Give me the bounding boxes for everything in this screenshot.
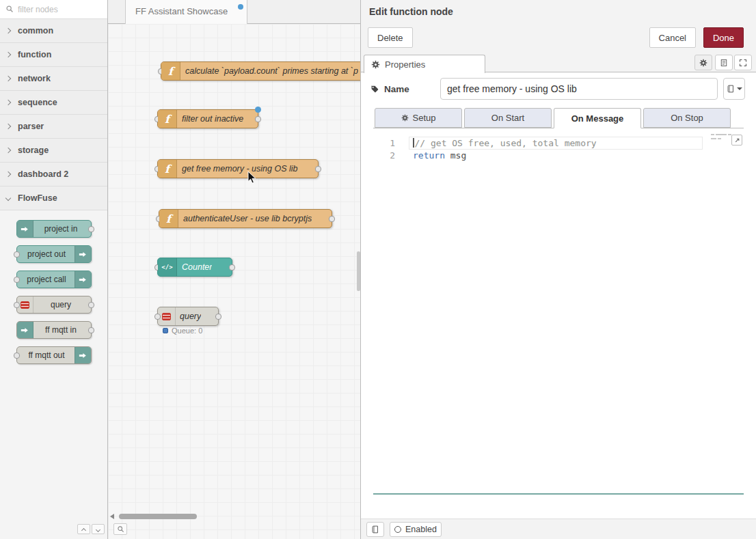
chevron-right-icon: [5, 28, 11, 33]
tag-icon: [370, 85, 379, 94]
name-label: Name: [368, 84, 440, 94]
tab-on-stop[interactable]: On Stop: [643, 108, 731, 128]
library-button[interactable]: [366, 522, 384, 537]
node-settings-button[interactable]: [694, 55, 712, 70]
palette-category-storage[interactable]: storage: [0, 139, 107, 163]
category-label: FlowFuse: [18, 193, 57, 203]
enabled-toggle-button[interactable]: Enabled: [390, 522, 442, 537]
node-label: Counter: [182, 258, 212, 276]
node-label: query: [180, 307, 201, 325]
tab-on-start[interactable]: On Start: [464, 108, 552, 128]
output-port[interactable]: [315, 166, 321, 172]
palette-category-sequence[interactable]: sequence: [0, 91, 107, 115]
category-label: function: [18, 50, 51, 59]
code-area[interactable]: // get OS free, used, total memory retur…: [413, 137, 744, 162]
function-node-get-free-memory[interactable]: f get free memory - using OS lib: [157, 159, 319, 178]
tab-on-message[interactable]: On Message: [554, 108, 641, 128]
expand-tray-button[interactable]: [734, 55, 752, 70]
chevron-right-icon: [5, 124, 11, 129]
output-port[interactable]: [229, 264, 235, 271]
function-node-filter-out-inactive[interactable]: f filter out inactive: [157, 109, 258, 128]
palette-sidebar: common function network sequence parser …: [0, 0, 108, 539]
code-editor[interactable]: 1 2 // get OS free, used, total memory r…: [373, 129, 744, 495]
library-dropdown-button[interactable]: [723, 78, 745, 100]
palette-node-ff-mqtt-in[interactable]: ff mqtt in: [16, 321, 92, 339]
editor-minimap: [711, 134, 733, 142]
palette-category-dashboard2[interactable]: dashboard 2: [0, 163, 107, 186]
palette-category-flowfuse[interactable]: FlowFuse: [0, 186, 107, 210]
palette-filter-input[interactable]: [18, 5, 93, 14]
expand-arrow-icon: [733, 137, 741, 144]
chevron-down-icon: [96, 527, 100, 532]
done-button[interactable]: Done: [703, 27, 744, 48]
hscroll-left-arrow[interactable]: [110, 514, 114, 519]
expand-all-button[interactable]: [92, 524, 105, 534]
caret-down-icon: [737, 87, 742, 90]
query-node[interactable]: query: [157, 307, 219, 326]
editor-expand-button[interactable]: [731, 135, 742, 146]
category-label: common: [18, 26, 53, 36]
panel-tabstrip: Properties: [361, 53, 756, 72]
node-status: Queue: 0: [163, 327, 202, 335]
counter-node[interactable]: </> Counter: [157, 258, 232, 277]
node-label: get free memory - using OS lib: [182, 160, 298, 178]
palette-node-project-out[interactable]: project out: [16, 245, 92, 263]
palette-category-function[interactable]: function: [0, 43, 107, 67]
collapse-all-button[interactable]: [77, 524, 90, 534]
tab-properties[interactable]: Properties: [364, 55, 485, 73]
query-icon: [17, 296, 33, 313]
output-port[interactable]: [255, 116, 261, 122]
mqtt-out-icon: [75, 347, 91, 363]
category-label: network: [18, 74, 51, 83]
palette-node-project-call[interactable]: project call: [16, 271, 92, 288]
flow-canvas[interactable]: f calculate `payload.count` primes start…: [108, 24, 360, 539]
palette-node-ff-mqtt-out[interactable]: ff mqtt out: [16, 346, 92, 364]
function-icon: f: [158, 160, 177, 178]
code-line: // get OS free, used, total memory: [413, 137, 744, 150]
chevron-right-icon: [5, 100, 11, 105]
tab-setup[interactable]: Setup: [375, 108, 462, 128]
palette-node-label: ff mqtt in: [33, 322, 89, 338]
text-caret: [413, 138, 414, 148]
palette-node-project-in[interactable]: project in: [16, 220, 92, 238]
function-icon: f: [159, 210, 178, 227]
chevron-right-icon: [5, 171, 11, 177]
function-icon: f: [158, 110, 177, 128]
name-input[interactable]: [440, 78, 718, 100]
output-port: [88, 226, 94, 232]
function-node-calculate-primes[interactable]: f calculate `payload.count` primes start…: [161, 61, 360, 81]
output-port[interactable]: [329, 216, 335, 222]
category-label: parser: [18, 122, 44, 131]
mqtt-in-icon: [17, 322, 33, 338]
palette-category-parser[interactable]: parser: [0, 115, 107, 139]
status-dot-icon: [163, 328, 168, 333]
node-help-button[interactable]: [715, 55, 733, 70]
tab-properties-label: Properties: [385, 59, 425, 70]
function-icon: f: [161, 62, 180, 80]
palette-search[interactable]: [0, 0, 107, 19]
node-label: calculate `payload.count` primes startin…: [185, 62, 358, 80]
project-call-icon: [75, 271, 91, 288]
chevron-right-icon: [5, 52, 11, 57]
palette-category-common[interactable]: common: [0, 19, 107, 43]
book-icon: [727, 85, 735, 93]
palette-category-network[interactable]: network: [0, 67, 107, 91]
category-label: storage: [18, 146, 49, 155]
flow-tab-label: FF Assistant Showcase: [135, 6, 228, 16]
panel-toolbar: Delete Cancel Done: [361, 23, 756, 53]
node-label: filter out inactive: [182, 110, 243, 128]
hscroll-thumb[interactable]: [119, 514, 197, 519]
workspace: FF Assistant Showcase f calculate `paylo…: [108, 0, 360, 539]
canvas-search-button[interactable]: [113, 523, 127, 535]
document-icon: [720, 59, 728, 67]
delete-button[interactable]: Delete: [368, 27, 413, 48]
palette-node-query[interactable]: query: [16, 296, 92, 314]
query-icon: [158, 307, 176, 325]
palette-footer: [0, 521, 107, 539]
project-in-icon: [17, 221, 33, 237]
gear-icon: [401, 114, 409, 122]
cancel-button[interactable]: Cancel: [649, 27, 696, 48]
function-node-authenticate-user[interactable]: f authenticateUser - use lib bcryptjs: [159, 209, 332, 228]
flow-tab[interactable]: FF Assistant Showcase: [125, 0, 247, 24]
output-port[interactable]: [215, 314, 221, 320]
